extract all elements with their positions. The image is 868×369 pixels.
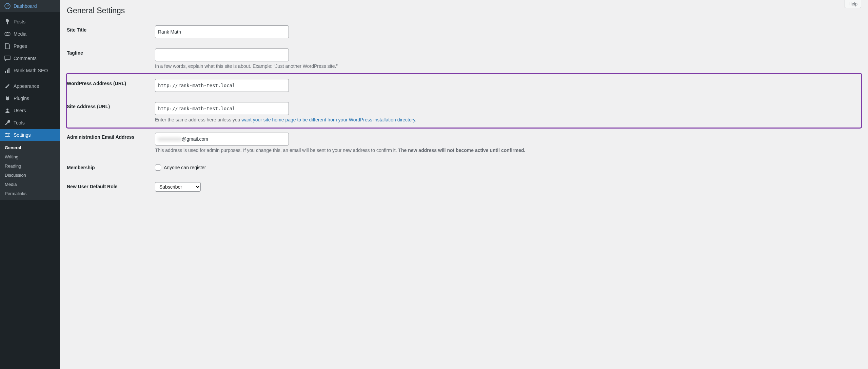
sidebar-item-label: Tools [14,120,25,125]
row-membership: Membership Anyone can register [67,158,861,177]
chart-icon [4,67,11,74]
sidebar-item-tools[interactable]: Tools [0,117,60,129]
page-icon [4,43,11,50]
plug-icon [4,95,11,102]
row-tagline: Tagline In a few words, explain what thi… [67,43,861,74]
row-default-role: New User Default Role Subscriber [67,177,861,197]
admin-email-input[interactable]: xxxxxxxxxx@gmail.com [155,133,289,145]
sidebar-item-pages[interactable]: Pages [0,40,60,52]
sidebar-item-label: Pages [14,43,27,49]
svg-point-8 [8,135,9,136]
svg-rect-5 [8,68,9,73]
default-role-select[interactable]: Subscriber [155,182,201,192]
site-title-input[interactable] [155,25,289,38]
help-tab[interactable]: Help [845,0,861,8]
site-address-input[interactable] [155,102,289,115]
wp-address-input[interactable] [155,79,289,92]
membership-checkbox[interactable] [155,164,161,171]
sidebar-item-label: Rank Math SEO [14,68,48,73]
svg-point-9 [7,136,8,137]
sidebar-item-appearance[interactable]: Appearance [0,80,60,92]
sidebar-item-label: Dashboard [14,3,37,9]
sidebar-item-label: Settings [14,132,31,138]
page-title: General Settings [67,0,861,18]
dashboard-icon [4,3,11,9]
sliders-icon [4,132,11,138]
row-site-title: Site Title [67,20,861,43]
admin-email-help: This address is used for admin purposes.… [155,148,858,153]
membership-checkbox-label: Anyone can register [164,165,206,170]
sidebar-item-media[interactable]: Media [0,28,60,40]
svg-point-6 [6,109,8,111]
sidebar-item-label: Posts [14,19,25,24]
highlighted-url-section: WordPress Address (URL) Site Address (UR… [67,74,861,128]
label-wp-address: WordPress Address (URL) [67,74,152,97]
label-site-title: Site Title [67,20,152,43]
admin-email-hidden: xxxxxxxxxx [158,134,182,144]
sidebar-item-rankmath[interactable]: Rank Math SEO [0,64,60,77]
sidebar-item-dashboard[interactable]: Dashboard [0,0,60,12]
submenu-item-permalinks[interactable]: Permalinks [0,189,60,198]
sidebar-item-users[interactable]: Users [0,104,60,117]
label-tagline: Tagline [67,43,152,74]
sidebar-item-plugins[interactable]: Plugins [0,92,60,104]
settings-submenu: General Writing Reading Discussion Media… [0,141,60,200]
media-icon [4,31,11,37]
submenu-item-reading[interactable]: Reading [0,161,60,171]
row-admin-email: Administration Email Address xxxxxxxxxx@… [67,128,861,158]
svg-rect-3 [5,71,6,73]
admin-email-visible: @gmail.com [182,134,208,144]
settings-form: Site Title Tagline In a few words, expla… [67,20,861,197]
svg-point-2 [7,32,10,36]
sidebar-item-label: Media [14,31,26,37]
svg-point-1 [5,32,8,36]
sidebar-item-label: Users [14,108,26,113]
submenu-item-discussion[interactable]: Discussion [0,171,60,180]
svg-point-7 [6,133,7,134]
main-content: Help General Settings Site Title Tagline… [60,0,868,369]
tagline-input[interactable] [155,48,289,61]
row-wp-address: WordPress Address (URL) [67,74,861,97]
sidebar-item-settings[interactable]: Settings [0,129,60,141]
label-admin-email: Administration Email Address [67,128,152,158]
membership-checkbox-wrap[interactable]: Anyone can register [155,164,858,171]
submenu-item-media[interactable]: Media [0,180,60,189]
label-site-address: Site Address (URL) [67,97,152,128]
tagline-help: In a few words, explain what this site i… [155,63,858,69]
site-address-help: Enter the same address here unless you w… [155,117,858,122]
sidebar-item-label: Comments [14,56,37,61]
row-site-address: Site Address (URL) Enter the same addres… [67,97,861,128]
submenu-item-general[interactable]: General [0,143,60,152]
label-membership: Membership [67,158,152,177]
svg-rect-4 [7,70,8,73]
sidebar-item-posts[interactable]: Posts [0,16,60,28]
pin-icon [4,18,11,25]
sidebar-item-comments[interactable]: Comments [0,52,60,64]
sidebar-item-label: Plugins [14,96,29,101]
comment-icon [4,55,11,62]
brush-icon [4,83,11,90]
wrench-icon [4,119,11,126]
user-icon [4,107,11,114]
admin-email-help-strong: The new address will not become active u… [398,148,525,153]
site-address-help-link[interactable]: want your site home page to be different… [241,117,415,122]
sidebar-item-label: Appearance [14,83,39,89]
submenu-item-writing[interactable]: Writing [0,152,60,161]
label-default-role: New User Default Role [67,177,152,197]
admin-sidebar: Dashboard Posts Media Pages Comments Ran… [0,0,60,369]
